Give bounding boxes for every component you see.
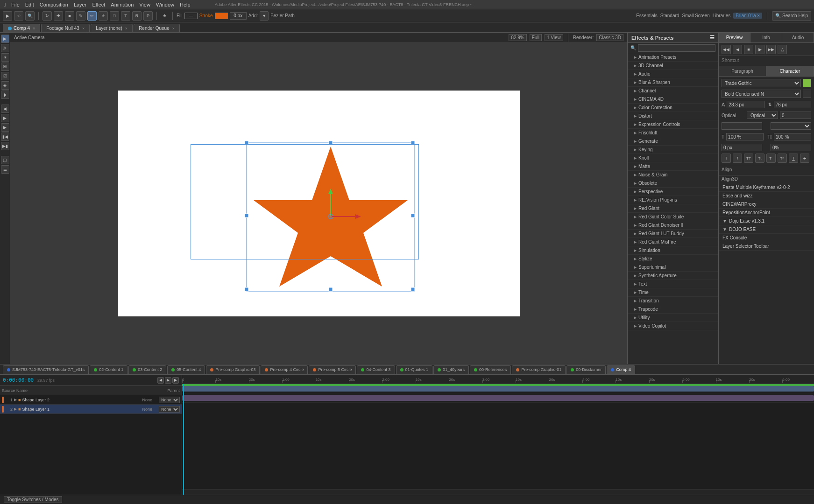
effect-item[interactable]: Text	[628, 280, 718, 288]
font-style-preview[interactable]	[803, 90, 811, 98]
handle-bl[interactable]	[245, 287, 248, 291]
effect-item[interactable]: Channel	[628, 87, 718, 95]
menu-composition[interactable]: Composition	[40, 2, 68, 7]
effect-item[interactable]: Red Giant MisFire	[628, 238, 718, 246]
workspace-custom[interactable]: Brian-01a ×	[733, 13, 762, 19]
handle-tr[interactable]	[411, 141, 415, 145]
handle-tm[interactable]	[329, 141, 333, 145]
handle-br[interactable]	[411, 287, 415, 291]
tab-preview[interactable]: Preview	[719, 33, 750, 42]
stroke-size-input[interactable]	[230, 12, 247, 20]
light-tool[interactable]: ☀	[1, 53, 9, 62]
next-frame[interactable]: ▶	[1, 123, 9, 132]
effect-item[interactable]: Color Correction	[628, 104, 718, 112]
tracking-input[interactable]	[722, 122, 762, 130]
effects-menu-icon[interactable]: ☰	[710, 35, 715, 41]
menu-animation[interactable]: Animation	[111, 2, 134, 7]
first-frame[interactable]: ▮◀	[1, 133, 9, 141]
effect-item[interactable]: Synthetic Aperture	[628, 272, 718, 280]
leading-input[interactable]	[774, 101, 811, 108]
tab-comp4[interactable]: Comp 4 ×	[3, 24, 40, 32]
preview-last[interactable]: ▶▶	[766, 45, 776, 54]
track-bar-2[interactable]	[182, 395, 814, 401]
scale-h-input[interactable]	[726, 133, 764, 140]
italic-btn[interactable]: T	[733, 154, 742, 163]
layer-parent-1[interactable]: None	[159, 397, 180, 403]
layer-expand-1[interactable]: ▶	[14, 398, 17, 402]
timeline-tab-12[interactable]: 00-Disclaimer	[566, 365, 606, 374]
anchor-tool[interactable]: ✚	[54, 11, 63, 21]
timeline-tab-1[interactable]: 02-Content 1	[90, 365, 127, 374]
text-color-swatch[interactable]	[803, 79, 811, 87]
workspace-essentials[interactable]: Essentials	[636, 13, 658, 18]
add-shape-menu[interactable]: ▼	[260, 11, 269, 21]
smallcaps-btn[interactable]: Tt	[755, 154, 764, 163]
super-btn[interactable]: T˙	[766, 154, 776, 163]
shape-tool[interactable]: ■	[65, 11, 74, 21]
timeline-tab-5[interactable]: Pre-comp 4 Circle	[261, 365, 308, 374]
timeline-tab-0[interactable]: SJM753-740-EACT5-Trifecta-GT_v01s	[3, 365, 89, 374]
selection-tool[interactable]: ▶	[1, 35, 9, 43]
snap-toggle[interactable]: ⚌	[1, 165, 9, 174]
effect-item[interactable]: Matte	[628, 162, 718, 171]
effect-item[interactable]: Blur & Sharpen	[628, 78, 718, 87]
layer-mode-2[interactable]: None	[142, 407, 152, 412]
select-tool[interactable]: ▶	[3, 11, 12, 21]
effect-item[interactable]: Trapcode	[628, 305, 718, 314]
view-control[interactable]: 1 View	[545, 34, 563, 41]
roto-brush-tool[interactable]: ◗	[1, 91, 9, 99]
handle-bm[interactable]	[329, 287, 333, 291]
timeline-play[interactable]: ▶	[165, 377, 171, 384]
rotate-tool[interactable]: ↻	[42, 11, 52, 21]
tab-layer-none[interactable]: Layer (none) ×	[91, 24, 133, 32]
bold-btn[interactable]: T	[722, 154, 731, 163]
effect-item[interactable]: Superiunimal	[628, 263, 718, 272]
orbit-tool[interactable]: ⦿	[1, 63, 9, 71]
workspace-standard[interactable]: Standard	[660, 13, 680, 18]
effect-item[interactable]: RE:Vision Plug-ins	[628, 196, 718, 204]
handle-mr[interactable]	[411, 214, 415, 217]
effect-item[interactable]: Red Giant Denoiser II	[628, 221, 718, 230]
layer-item-2[interactable]: 2 ▶ ■ Shape Layer 1 None None	[0, 405, 182, 414]
play-btn[interactable]: ▶	[1, 114, 9, 122]
effect-item[interactable]: Transition	[628, 297, 718, 305]
font-family-select[interactable]: Trade Gothic	[722, 79, 801, 87]
fill-swatch[interactable]: —	[184, 13, 198, 19]
hand-tool[interactable]: ☜	[14, 11, 23, 21]
preview-toggle[interactable]: ▢	[1, 156, 9, 164]
font-size-input[interactable]	[727, 101, 764, 108]
timeline-tab-6[interactable]: Pre-comp 5 Circle	[309, 365, 356, 374]
plugin-reposition-anchor[interactable]: RepositionAnchorPoint	[719, 209, 814, 217]
zoom-tool[interactable]: 🔍	[25, 11, 35, 21]
renderer-value[interactable]: Classic 3D	[596, 34, 623, 41]
tab-footage-null[interactable]: Footage Null 43 ×	[41, 24, 90, 32]
strike-btn[interactable]: T	[800, 154, 809, 163]
eraser-tool[interactable]: □	[110, 11, 119, 21]
tab-audio[interactable]: Audio	[782, 33, 814, 42]
timeline-tab-9[interactable]: 01_40years	[433, 365, 469, 374]
effect-item[interactable]: Keying	[628, 146, 718, 154]
plugin-ease-wizz[interactable]: Ease and wizz	[719, 192, 814, 200]
effect-item[interactable]: Frischluft	[628, 129, 718, 137]
effect-item[interactable]: Expression Controls	[628, 120, 718, 129]
skew-input[interactable]	[771, 144, 811, 151]
effect-item[interactable]: Noise & Grain	[628, 171, 718, 179]
plugin-dojo-ease[interactable]: ▼ Dojo Ease v1.3.1	[719, 217, 814, 225]
plugin-dojo-ease2[interactable]: ▼ DOJO EASE	[719, 225, 814, 234]
preview-first[interactable]: ◀◀	[722, 45, 731, 54]
layer-parent-2[interactable]: None	[159, 406, 180, 413]
workspace-small-screen[interactable]: Small Screen	[682, 13, 709, 18]
effect-item[interactable]: Simulation	[628, 246, 718, 255]
effect-item[interactable]: Red Giant Color Suite	[628, 213, 718, 221]
timeline-scrollbar[interactable]	[182, 489, 814, 495]
track-tool[interactable]: ☑	[1, 72, 9, 80]
comp-canvas[interactable]	[118, 91, 520, 316]
effects-search-input[interactable]	[638, 44, 715, 52]
puppet-tool[interactable]: P	[143, 11, 153, 21]
tab-character[interactable]: Character	[766, 66, 814, 76]
text-tool[interactable]: T	[121, 11, 130, 21]
effect-item[interactable]: CINEMA 4D	[628, 95, 718, 104]
camera-tool[interactable]: ⛭	[1, 44, 9, 52]
toggle-modes-btn[interactable]: Toggle Switches / Modes	[4, 496, 62, 503]
timeline-tab-3[interactable]: 05-Content 4	[167, 365, 205, 374]
